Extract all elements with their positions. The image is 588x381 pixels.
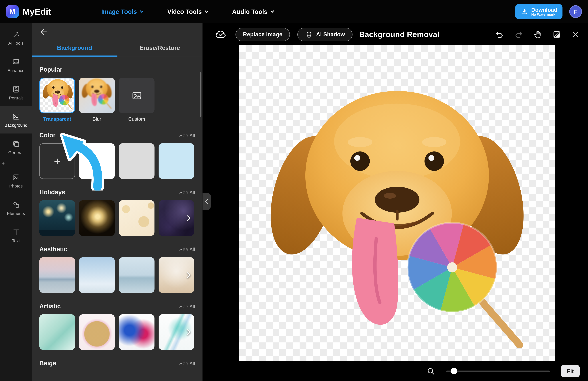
chevron-left-icon — [205, 199, 209, 204]
rail-label: Photos — [9, 184, 23, 188]
aesthetic-see-all-link[interactable]: See All — [179, 247, 195, 253]
transparent-thumbnail[interactable] — [39, 78, 75, 113]
cloud-saved-icon[interactable] — [215, 29, 226, 40]
rail-label: Background — [4, 123, 28, 127]
zoom-bar: Fit — [203, 361, 588, 381]
dog-thumb-image — [81, 78, 113, 113]
holiday-bg-thumbnail[interactable] — [79, 200, 115, 236]
chevron-right-icon[interactable] — [185, 328, 193, 336]
pan-hand-icon[interactable] — [533, 30, 542, 39]
aesthetic-bg-thumbnail[interactable] — [119, 257, 154, 293]
panel-scrollbar[interactable] — [200, 72, 201, 117]
panel-tabs: Background Erase/Restore — [32, 41, 202, 57]
rail-label: Enhance — [7, 68, 24, 72]
bg-option-blur[interactable]: Blur — [79, 78, 115, 122]
artistic-bg-thumbnail[interactable] — [119, 314, 154, 350]
close-icon[interactable] — [571, 30, 580, 39]
back-arrow-icon[interactable] — [39, 27, 48, 36]
download-icon — [520, 8, 528, 15]
color-see-all-link[interactable]: See All — [179, 133, 195, 138]
rail-label: AI Tools — [8, 41, 23, 45]
section-holidays-header: Holidays See All — [39, 189, 195, 196]
nav-image-tools[interactable]: Image Tools — [101, 8, 144, 15]
download-button-text: Download No Watermark — [531, 7, 557, 17]
holidays-see-all-link[interactable]: See All — [179, 190, 195, 195]
user-avatar[interactable]: F — [569, 5, 582, 18]
rail-item-background[interactable]: Background — [0, 106, 32, 133]
myedit-app: M MyEdit Image Tools Video Tools Audio T… — [0, 0, 588, 381]
aesthetic-bg-thumbnail[interactable] — [39, 257, 75, 293]
undo-icon[interactable] — [495, 30, 504, 39]
artistic-bg-thumbnail[interactable] — [79, 314, 115, 350]
nav-image-tools-label: Image Tools — [101, 8, 137, 15]
bg-option-transparent[interactable]: Transparent — [39, 78, 75, 122]
chevron-down-icon — [270, 9, 274, 14]
rail-label: Text — [12, 238, 20, 243]
compare-before-after-icon[interactable] — [552, 30, 561, 39]
general-icon — [12, 140, 20, 148]
zoom-slider-knob[interactable] — [451, 368, 457, 374]
holiday-bg-thumbnail[interactable] — [119, 200, 154, 236]
rail-item-portrait[interactable]: Portrait — [0, 79, 32, 106]
redo-icon[interactable] — [514, 30, 523, 39]
zoom-slider[interactable] — [446, 370, 549, 372]
tab-background[interactable]: Background — [32, 41, 117, 57]
rail-item-enhance[interactable]: Enhance — [0, 51, 32, 79]
panel-content: Popular Transparent Blur — [32, 57, 202, 381]
color-swatch-white[interactable] — [79, 143, 115, 179]
rail-item-text[interactable]: Text — [0, 222, 32, 249]
artistic-see-all-link[interactable]: See All — [179, 304, 195, 309]
blur-thumbnail[interactable] — [79, 78, 115, 113]
enhance-icon — [12, 58, 20, 66]
section-title: Artistic — [39, 303, 61, 310]
brand[interactable]: M MyEdit — [6, 5, 51, 18]
custom-thumbnail[interactable] — [119, 78, 154, 113]
rail-item-general[interactable]: General — [0, 133, 32, 161]
color-swatch-lightblue[interactable] — [159, 143, 194, 179]
download-subtitle: No Watermark — [531, 13, 557, 17]
ai-shadow-button[interactable]: AI Shadow — [297, 28, 352, 41]
nav-audio-tools[interactable]: Audio Tools — [232, 8, 274, 15]
aesthetic-row — [39, 257, 195, 293]
section-title: Aesthetic — [39, 246, 67, 253]
add-color-button[interactable]: + — [39, 143, 75, 179]
color-swatch-gray[interactable] — [119, 143, 154, 179]
ai-shadow-icon — [305, 30, 313, 39]
section-aesthetic-header: Aesthetic See All — [39, 246, 195, 253]
holiday-bg-thumbnail[interactable] — [39, 200, 75, 236]
nav-video-tools[interactable]: Video Tools — [167, 8, 209, 15]
section-title: Holidays — [39, 189, 65, 196]
aesthetic-bg-thumbnail[interactable] — [79, 257, 115, 293]
beige-see-all-link[interactable]: See All — [179, 361, 195, 366]
section-title: Beige — [39, 360, 56, 367]
rail-item-photos[interactable]: Photos — [0, 167, 32, 194]
brand-name: MyEdit — [22, 7, 51, 17]
panel-collapse-handle[interactable] — [203, 193, 211, 210]
artistic-bg-thumbnail[interactable] — [39, 314, 75, 350]
top-navbar: M MyEdit Image Tools Video Tools Audio T… — [0, 0, 588, 23]
download-button[interactable]: Download No Watermark — [515, 4, 563, 19]
myedit-logo-icon: M — [6, 5, 19, 18]
tab-erase-restore[interactable]: Erase/Restore — [117, 41, 202, 57]
nav-audio-tools-label: Audio Tools — [232, 8, 267, 15]
plus-icon: + — [2, 161, 5, 166]
replace-image-button[interactable]: Replace Image — [235, 28, 290, 41]
image-canvas[interactable] — [239, 45, 555, 361]
chevron-right-icon[interactable] — [185, 214, 193, 222]
rail-label: General — [8, 150, 24, 155]
editor-area: Replace Image AI Shadow Background Remov… — [203, 23, 588, 381]
text-icon — [12, 228, 20, 236]
bg-option-custom[interactable]: Custom — [119, 78, 154, 122]
chevron-down-icon — [204, 9, 209, 14]
dog-thumb-image — [42, 79, 74, 113]
rail-item-ai-tools[interactable]: AI Tools — [0, 24, 32, 51]
zoom-magnifier-icon[interactable] — [427, 367, 435, 375]
panel-header — [32, 23, 202, 41]
nav-video-tools-label: Video Tools — [167, 8, 202, 15]
subject-dog-lollipop-image[interactable] — [260, 87, 534, 361]
fit-button[interactable]: Fit — [561, 365, 580, 377]
history-controls — [495, 30, 580, 39]
rail-item-elements[interactable]: Elements — [0, 194, 32, 222]
section-title: Color — [39, 132, 56, 139]
chevron-right-icon[interactable] — [185, 271, 193, 279]
